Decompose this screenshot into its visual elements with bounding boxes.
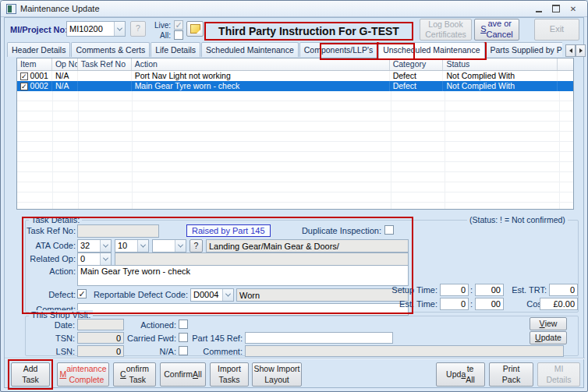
ata-description-field[interactable] [206,239,409,253]
tasks-grid: Item Op No Task Ref No Action Category S… [16,58,574,210]
app-icon [6,4,16,14]
chevron-down-icon [100,240,111,252]
close-icon[interactable]: ✕ [565,3,581,14]
tab-header-details[interactable]: Header Details [7,42,70,57]
setup-time-hours-input[interactable] [440,284,469,296]
page-title: Third Party Instruction For G-TEST [218,25,399,37]
row-checkbox[interactable] [20,83,28,90]
live-label: Live: [147,21,171,30]
chevron-down-icon [114,22,125,36]
table-row[interactable]: 0001 N/A Port Nav Light not working Defe… [17,71,573,81]
chevron-down-icon [222,289,233,301]
setup-time-minutes-input[interactable] [475,284,504,296]
shop-comment-input[interactable] [245,345,564,357]
col-op-no[interactable]: Op No [52,58,78,70]
table-row-selected[interactable]: 0002 N/A Main Gear Tyre worn - check Def… [17,81,573,91]
all-checkbox[interactable] [174,30,183,40]
tab-scroll-right[interactable] [576,44,586,57]
part145-ref-label: Part 145 Ref: [190,334,243,343]
date-input[interactable] [77,319,124,330]
tab-life-details[interactable]: Life Details [151,42,200,57]
date-label: Date: [24,320,75,330]
tab-comments-certs[interactable]: Comments & Certs [71,42,150,57]
comment-input[interactable] [77,303,409,316]
minimize-icon[interactable] [531,3,547,14]
row-checkbox[interactable] [20,72,28,80]
carried-fwd-checkbox[interactable] [179,333,188,342]
defect-label: Defect: [24,290,76,299]
tab-unscheduled-maintenance[interactable]: Unscheduled Maintenance [378,42,484,58]
defect-code-description-field[interactable] [236,288,409,302]
maintenance-complete-button[interactable]: Maintenance Complete [57,362,109,387]
exit-button[interactable]: Exit [534,19,579,41]
confirm-task-button[interactable]: Confirm Task [113,362,156,387]
duplicate-inspection-checkbox[interactable] [384,225,394,235]
cell-action: Port Nav Light not working [132,71,390,81]
ata-code-1-select[interactable]: 32 [77,239,112,253]
cost-input[interactable] [540,298,578,310]
live-checkbox[interactable] [174,20,183,30]
left-arrow-icon [569,48,572,53]
est-time-minutes-input[interactable] [475,298,504,310]
col-item[interactable]: Item [17,58,52,70]
time-separator: : [470,299,473,309]
ata-help-button[interactable]: ? [190,239,203,253]
print-pack-button[interactable]: Print Pack [489,362,533,387]
tab-scroll-left[interactable] [565,44,576,57]
actioned-label: Actioned: [126,320,176,330]
status-note: (Status: ! = Not confirmed) [467,215,568,224]
col-status[interactable]: Status [443,58,558,70]
view-button[interactable]: View [530,317,567,330]
action-textarea[interactable]: Main Gear Tyre worn - check [77,265,409,286]
ata-code-label: ATA Code: [24,241,76,250]
lsn-input[interactable] [77,345,124,357]
sticky-note-icon [190,24,200,34]
part145-ref-input[interactable] [245,332,393,344]
ata-code-3-select[interactable] [152,239,186,253]
reportable-defect-code-select[interactable]: D0004 [190,288,234,302]
show-import-layout-button[interactable]: Show Import Layout [252,362,302,387]
save-or-cancel-button[interactable]: Save or Cancel [474,19,519,41]
update-all-button[interactable]: Update All [436,362,485,387]
tab-parts-supplied-part145[interactable]: Parts Supplied by Part 145 [486,42,563,57]
tab-scheduled-maintenance[interactable]: Scheduled Maintenance [201,42,299,57]
confirm-all-button[interactable]: Confirm All [160,362,206,387]
tsn-label: TSN: [24,334,75,343]
import-tasks-button[interactable]: Import Tasks [210,362,249,387]
reportable-defect-code-label: Reportable Defect Code: [90,290,188,299]
notes-button[interactable] [186,21,204,37]
est-trt-input[interactable] [549,284,578,296]
lsn-label: LSN: [24,347,75,356]
col-action[interactable]: Action [132,58,390,70]
tsn-input[interactable] [77,332,124,344]
tab-components-llps[interactable]: Components/LLP's [299,42,377,57]
mi-help-button[interactable]: ? [130,21,146,37]
task-ref-input[interactable] [77,224,159,238]
window-title: Maintenance Update [20,4,100,13]
related-op-select[interactable]: 0 [77,253,112,266]
restore-icon[interactable] [548,3,564,14]
est-time-hours-input[interactable] [440,298,469,310]
est-trt-label: Est. TRT: [504,285,547,295]
col-task-ref-no[interactable]: Task Ref No [78,58,132,70]
shop-comment-label: Comment: [190,347,243,356]
cell-item: 0001 [30,71,48,81]
est-time-label: Est. Time: [387,299,437,309]
cell-status: Not Complied With [443,71,558,81]
chevron-down-icon [137,240,148,252]
update-button[interactable]: Update [530,331,567,344]
mi-details-button[interactable]: MI Details [537,362,580,387]
na-checkbox[interactable] [179,346,188,355]
setup-time-label: Setup Time: [387,285,437,295]
time-separator: : [470,285,473,295]
mi-project-value: MI10200 [67,22,114,36]
mi-project-select[interactable]: MI10200 [66,21,126,37]
defect-checkbox[interactable] [77,289,87,298]
actioned-checkbox[interactable] [179,320,188,329]
add-task-button[interactable]: Add Task [11,362,50,387]
maintenance-update-window: Maintenance Update ✕ MI/Project No: MI10… [0,0,588,392]
col-category[interactable]: Category [390,58,444,70]
log-book-certificates-button[interactable]: Log Book Certificates [420,19,472,41]
related-op-description-field[interactable] [115,253,409,266]
ata-code-2-select[interactable]: 10 [115,239,149,253]
